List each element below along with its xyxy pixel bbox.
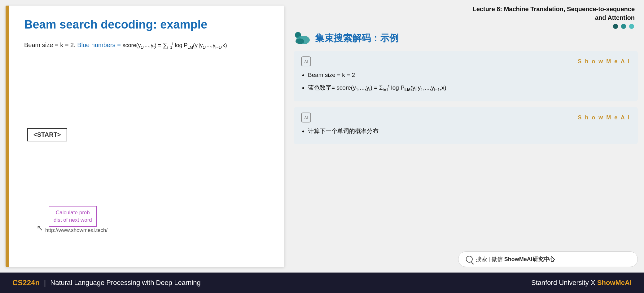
search-icon	[466, 256, 473, 263]
footer-subtitle: Natural Language Processing with Deep Le…	[50, 279, 201, 287]
ai-icon-2: AI	[301, 113, 311, 122]
search-bar[interactable]: 搜索 | 微信 ShowMeAI研究中心	[458, 251, 638, 267]
beam-size-text: Beam size = k = 2.	[24, 42, 77, 48]
slide-title: Beam search decoding: example	[24, 18, 269, 31]
footer: CS224n | Natural Language Processing wit…	[0, 273, 644, 293]
search-text: 搜索 | 微信 ShowMeAI研究中心	[476, 255, 555, 263]
start-box: <START>	[27, 128, 67, 141]
wave-icon	[294, 31, 311, 45]
card-2: AI S h o w M e A I 计算下一个单词的概率分布	[294, 107, 638, 144]
lecture-header: Lecture 8: Machine Translation, Sequence…	[294, 3, 638, 22]
showmeai-label-1: S h o w M e A I	[578, 58, 630, 65]
footer-stanford: Stanford University	[531, 279, 589, 286]
nav-dot-1[interactable]	[613, 24, 618, 29]
footer-showmeai: ShowMeAI	[597, 279, 632, 286]
cursor-icon: ↖	[37, 223, 43, 233]
slide-body: Beam size = k = 2. Blue numbers = score(…	[24, 40, 269, 51]
nav-dot-2[interactable]	[621, 24, 626, 29]
nav-dots	[294, 24, 638, 29]
showmeai-label-2: S h o w M e A I	[578, 114, 630, 121]
footer-divider: |	[44, 278, 46, 287]
footer-right: Stanford University X ShowMeAI	[531, 279, 632, 287]
footer-cs224n: CS224n	[12, 278, 40, 287]
card-2-content: 计算下一个单词的概率分布	[301, 126, 630, 136]
chinese-title: 集束搜索解码：示例	[315, 32, 399, 45]
footer-left: CS224n | Natural Language Processing wit…	[12, 278, 201, 287]
card1-bullet1: Beam size = k = 2	[308, 70, 630, 80]
blue-numbers-label: Blue numbers =	[77, 42, 122, 48]
card-1: AI S h o w M e A I Beam size = k = 2 蓝色数…	[294, 51, 638, 101]
card2-bullet1: 计算下一个单词的概率分布	[308, 126, 630, 136]
formula-inline: score(y1,...,yt) = ∑i=1t log PLM(yi|y1,.…	[122, 42, 227, 48]
right-panel: Lecture 8: Machine Translation, Sequence…	[284, 0, 644, 273]
tooltip-box: Calculate prob dist of next word	[49, 206, 97, 227]
footer-x: X	[591, 279, 597, 286]
slide-panel: Beam search decoding: example Beam size …	[6, 6, 284, 267]
card-2-header: AI S h o w M e A I	[301, 113, 630, 122]
ai-icon-1: AI	[301, 56, 311, 66]
chinese-title-row: 集束搜索解码：示例	[294, 31, 638, 45]
card-1-header: AI S h o w M e A I	[301, 56, 630, 66]
svg-point-2	[296, 38, 304, 44]
card1-bullet2: 蓝色数字= score(y1,...,yt) = Σi=1t log PLM(y…	[308, 82, 630, 93]
slide-url: http://www.showmeai.tech/	[45, 227, 107, 233]
nav-dot-3[interactable]	[629, 24, 634, 29]
card-1-content: Beam size = k = 2 蓝色数字= score(y1,...,yt)…	[301, 70, 630, 93]
